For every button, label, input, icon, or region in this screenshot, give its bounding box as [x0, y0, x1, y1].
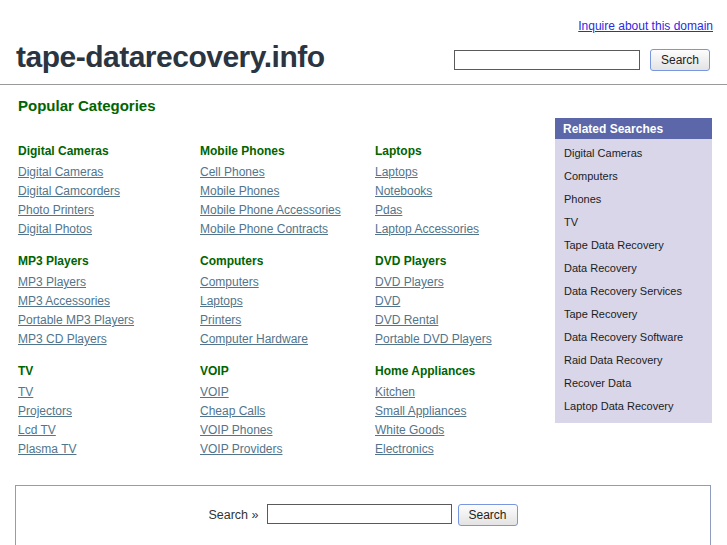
category-link[interactable]: DVD Players	[375, 276, 444, 288]
category-link[interactable]: Projectors	[18, 405, 72, 417]
category-link[interactable]: Cheap Calls	[200, 405, 265, 417]
category-link[interactable]: White Goods	[375, 424, 444, 436]
category-link[interactable]: Mobile Phones	[200, 185, 279, 197]
inquire-about-domain-link[interactable]: Inquire about this domain	[578, 19, 713, 33]
category-link[interactable]: DVD Rental	[375, 314, 438, 326]
category-group: TVTVProjectorsLcd TVPlasma TV	[18, 364, 200, 455]
footer-search-box: Search » Search	[15, 485, 711, 545]
category-group-title: Home Appliances	[375, 364, 540, 379]
category-link[interactable]: Portable MP3 Players	[18, 314, 134, 326]
category-link[interactable]: Laptops	[200, 295, 243, 307]
category-group-title: Mobile Phones	[200, 144, 375, 159]
category-link[interactable]: MP3 CD Players	[18, 333, 107, 345]
related-search-item[interactable]: Laptop Data Recovery	[555, 394, 712, 417]
category-group-title: Laptops	[375, 144, 540, 159]
category-link[interactable]: Mobile Phone Accessories	[200, 204, 341, 216]
category-link[interactable]: Pdas	[375, 204, 402, 216]
related-search-item[interactable]: Data Recovery	[555, 256, 712, 279]
related-search-item[interactable]: Tape Recovery	[555, 302, 712, 325]
category-link[interactable]: Digital Photos	[18, 223, 92, 235]
category-group-title: TV	[18, 364, 200, 379]
related-search-item[interactable]: Tape Data Recovery	[555, 233, 712, 256]
category-group-title: Computers	[200, 254, 375, 269]
category-link[interactable]: Plasma TV	[18, 443, 76, 455]
header-search: Search	[454, 49, 710, 71]
category-link[interactable]: Portable DVD Players	[375, 333, 492, 345]
category-group: DVD PlayersDVD PlayersDVDDVD RentalPorta…	[375, 254, 540, 345]
footer-search-button[interactable]: Search	[458, 504, 518, 526]
category-group: Home AppliancesKitchenSmall AppliancesWh…	[375, 364, 540, 455]
category-group-title: Digital Cameras	[18, 144, 200, 159]
category-link[interactable]: DVD	[375, 295, 400, 307]
category-link[interactable]: Computers	[200, 276, 259, 288]
related-search-item[interactable]: TV	[555, 210, 712, 233]
category-link[interactable]: Electronics	[375, 443, 434, 455]
category-link[interactable]: Notebooks	[375, 185, 432, 197]
category-group: Digital CamerasDigital CamerasDigital Ca…	[18, 144, 200, 235]
related-searches-header: Related Searches	[555, 118, 712, 139]
category-link[interactable]: Small Appliances	[375, 405, 466, 417]
footer-search-label: Search »	[208, 504, 258, 526]
related-search-item[interactable]: Computers	[555, 164, 712, 187]
category-groups: Digital CamerasDigital CamerasDigital Ca…	[18, 118, 540, 455]
category-link[interactable]: Digital Cameras	[18, 166, 103, 178]
category-link[interactable]: Laptops	[375, 166, 418, 178]
category-group: Mobile PhonesCell PhonesMobile PhonesMob…	[200, 144, 375, 235]
category-group-title: DVD Players	[375, 254, 540, 269]
category-link[interactable]: Kitchen	[375, 386, 415, 398]
category-link[interactable]: Mobile Phone Contracts	[200, 223, 328, 235]
related-search-item[interactable]: Recover Data	[555, 371, 712, 394]
category-link[interactable]: VOIP	[200, 386, 229, 398]
related-searches-sidebar: Related Searches Digital CamerasComputer…	[555, 118, 712, 423]
related-searches-list: Digital CamerasComputersPhonesTVTape Dat…	[555, 139, 712, 423]
popular-categories-title: Popular Categories	[18, 97, 727, 114]
related-search-item[interactable]: Data Recovery Software	[555, 325, 712, 348]
footer-search-input[interactable]	[267, 504, 452, 524]
category-link[interactable]: Printers	[200, 314, 241, 326]
top-link-row: Inquire about this domain	[0, 0, 727, 34]
category-link[interactable]: Lcd TV	[18, 424, 56, 436]
category-link[interactable]: Cell Phones	[200, 166, 265, 178]
category-link[interactable]: Digital Camcorders	[18, 185, 120, 197]
domain-title: tape-datarecovery.info	[16, 40, 325, 74]
category-group-title: MP3 Players	[18, 254, 200, 269]
category-group-title: VOIP	[200, 364, 375, 379]
related-search-item[interactable]: Digital Cameras	[555, 141, 712, 164]
category-group: MP3 PlayersMP3 PlayersMP3 AccessoriesPor…	[18, 254, 200, 345]
header-search-button[interactable]: Search	[650, 49, 710, 71]
header-divider	[0, 84, 727, 85]
category-link[interactable]: VOIP Providers	[200, 443, 282, 455]
related-search-item[interactable]: Phones	[555, 187, 712, 210]
category-group: LaptopsLaptopsNotebooksPdasLaptop Access…	[375, 144, 540, 235]
related-search-item[interactable]: Raid Data Recovery	[555, 348, 712, 371]
category-group: VOIPVOIPCheap CallsVOIP PhonesVOIP Provi…	[200, 364, 375, 455]
category-link[interactable]: Photo Printers	[18, 204, 94, 216]
category-link[interactable]: Laptop Accessories	[375, 223, 479, 235]
header: tape-datarecovery.info Search	[0, 40, 727, 74]
header-search-input[interactable]	[454, 50, 640, 70]
category-link[interactable]: Computer Hardware	[200, 333, 308, 345]
category-group: ComputersComputersLaptopsPrintersCompute…	[200, 254, 375, 345]
main-content: Digital CamerasDigital CamerasDigital Ca…	[0, 118, 727, 455]
related-search-item[interactable]: Data Recovery Services	[555, 279, 712, 302]
category-link[interactable]: MP3 Accessories	[18, 295, 110, 307]
category-link[interactable]: MP3 Players	[18, 276, 86, 288]
category-link[interactable]: TV	[18, 386, 33, 398]
category-link[interactable]: VOIP Phones	[200, 424, 273, 436]
